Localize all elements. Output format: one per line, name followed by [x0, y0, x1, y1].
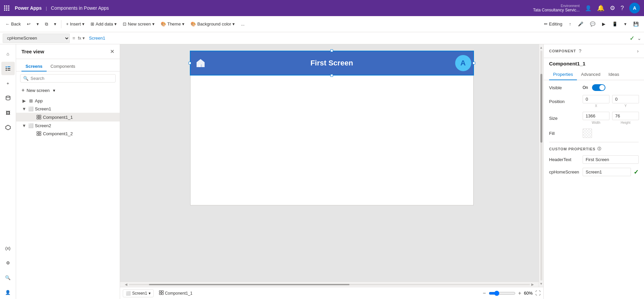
- more-icon: ...: [241, 21, 245, 27]
- svg-rect-12: [39, 132, 41, 133]
- cp-home-screen-label: cpHomeScreen: [549, 169, 583, 175]
- title-separator: |: [46, 6, 47, 11]
- insert-nav-icon[interactable]: +: [1, 77, 15, 90]
- right-panel-tabs: Properties Advanced Ideas: [544, 69, 644, 80]
- tree-item-component1-2[interactable]: Component1_2: [16, 130, 120, 138]
- custom-props-info-icon[interactable]: ⓘ: [597, 146, 601, 151]
- bell-icon[interactable]: 🔔: [597, 4, 604, 12]
- component-header[interactable]: First Screen A: [191, 51, 473, 75]
- tab-ideas[interactable]: Ideas: [604, 69, 623, 80]
- position-label: Position: [549, 99, 583, 104]
- tree-item-app[interactable]: ▶ ⊞ App: [16, 97, 120, 105]
- user-avatar[interactable]: A: [629, 3, 640, 13]
- screen-icon: ⊡: [123, 21, 126, 27]
- profile-nav-icon[interactable]: 👤: [1, 286, 15, 299]
- copy-button[interactable]: ⧉: [42, 20, 51, 28]
- home-nav-icon[interactable]: ⌂: [1, 47, 15, 60]
- formula-expand-icon: ⌄: [637, 36, 641, 41]
- svg-rect-3: [7, 68, 10, 69]
- tree-search-box[interactable]: 🔍: [20, 74, 116, 83]
- zoom-in-button[interactable]: +: [518, 290, 521, 296]
- chevron-down-icon: ▾: [149, 291, 151, 296]
- comment-icon: 💬: [590, 21, 595, 27]
- svg-rect-15: [199, 64, 202, 67]
- help-icon[interactable]: ?: [621, 5, 624, 12]
- background-color-button[interactable]: 🎨 Background color ▾: [188, 20, 237, 28]
- fill-swatch[interactable]: [583, 129, 592, 138]
- svg-rect-11: [37, 132, 39, 133]
- formula-input[interactable]: [88, 34, 627, 43]
- h-scrollbar[interactable]: ◀ ▶: [120, 282, 539, 287]
- help-icon[interactable]: ?: [579, 48, 582, 54]
- visible-toggle[interactable]: [592, 84, 605, 91]
- var-nav-icon[interactable]: (x): [1, 241, 15, 255]
- tab-advanced[interactable]: Advanced: [577, 69, 604, 80]
- new-screen-btn[interactable]: + New screen ▾: [16, 85, 120, 95]
- share-button[interactable]: ↑: [567, 20, 574, 28]
- size-height-input[interactable]: [612, 112, 639, 120]
- waffle-menu[interactable]: [4, 5, 9, 11]
- header-title: First Screen: [211, 59, 453, 67]
- tab-components[interactable]: Components: [47, 62, 79, 71]
- search-input[interactable]: [31, 76, 113, 81]
- right-panel-component-name: Component1_1: [544, 58, 644, 69]
- insert-button[interactable]: + Insert ▾: [63, 20, 87, 28]
- prop-fill: Fill: [549, 129, 639, 138]
- copy-icon: ⧉: [45, 21, 48, 27]
- fullscreen-button[interactable]: ⛶: [535, 290, 541, 296]
- device-button[interactable]: 📱: [609, 20, 620, 28]
- chevron-down-icon: ▾: [624, 21, 627, 27]
- v-scrollbar[interactable]: ▲ ▼: [539, 44, 543, 287]
- formula-fx-button[interactable]: fx ▾: [78, 36, 85, 41]
- play-button[interactable]: ▶: [599, 20, 608, 28]
- canvas-container[interactable]: First Screen A: [120, 44, 543, 282]
- right-panel-collapse-button[interactable]: ›: [637, 48, 639, 54]
- settings-icon[interactable]: ⚙: [610, 4, 615, 12]
- undo-dropdown[interactable]: ▾: [34, 20, 42, 28]
- zoom-value: 60%: [524, 291, 533, 296]
- zoom-out-button[interactable]: −: [483, 290, 486, 296]
- add-data-button[interactable]: ⊞ Add data ▾: [88, 20, 119, 28]
- formula-check[interactable]: ✓: [630, 35, 635, 42]
- new-screen-button[interactable]: ⊡ New screen ▾: [120, 20, 157, 28]
- tree-item-screen2[interactable]: ▼ ⬜ Screen2: [16, 121, 120, 130]
- theme-button[interactable]: 🎨 Theme ▾: [158, 20, 187, 28]
- search-nav-icon[interactable]: 🔍: [1, 271, 15, 284]
- tab-properties[interactable]: Properties: [549, 69, 577, 80]
- mic-button[interactable]: 🎤: [575, 20, 586, 28]
- svg-rect-19: [162, 293, 163, 295]
- settings-nav-icon[interactable]: ⚙: [1, 256, 15, 269]
- undo-icon: ↩: [27, 21, 31, 27]
- expand-icon: ▼: [21, 106, 27, 111]
- more-button[interactable]: ...: [238, 20, 247, 28]
- edit-icon: ✏: [544, 21, 548, 27]
- tree-item-component1-1[interactable]: Component1_1 ···: [16, 113, 120, 121]
- toolbar-separator-1: [61, 20, 61, 28]
- undo-button[interactable]: ↩: [24, 20, 33, 28]
- save-button[interactable]: 💾: [631, 20, 641, 28]
- copy-dropdown[interactable]: ▾: [51, 20, 59, 28]
- screen-icon: ⬜: [28, 123, 34, 128]
- position-y-input[interactable]: [612, 95, 639, 103]
- position-y-label: Y: [625, 104, 627, 108]
- position-x-input[interactable]: [583, 95, 609, 103]
- tree-close-button[interactable]: ✕: [110, 48, 114, 55]
- zoom-slider[interactable]: [489, 291, 516, 296]
- visible-on-label: On: [583, 85, 588, 90]
- size-width-label: Width: [592, 121, 600, 124]
- formula-select[interactable]: cpHomeScreen: [3, 34, 70, 43]
- data-nav-icon[interactable]: [1, 91, 15, 105]
- powerapps-nav-icon[interactable]: [1, 121, 15, 134]
- screen-tab[interactable]: ⬜ Screen1 ▾: [123, 289, 154, 297]
- treeview-nav-icon[interactable]: [1, 62, 15, 75]
- device-dropdown[interactable]: ▾: [622, 20, 629, 28]
- size-width-input[interactable]: [583, 112, 609, 120]
- tab-screens[interactable]: Screens: [21, 62, 47, 71]
- back-button[interactable]: ← Back: [3, 20, 23, 28]
- comment-button[interactable]: 💬: [587, 20, 598, 28]
- media-nav-icon[interactable]: 🖼: [1, 106, 15, 119]
- editing-button[interactable]: ✏ Editing: [541, 20, 565, 28]
- tree-item-screen1[interactable]: ▼ ⬜ Screen1: [16, 105, 120, 113]
- screen-icon: ⬜: [28, 106, 34, 111]
- component-tab[interactable]: Component1_1: [156, 289, 195, 297]
